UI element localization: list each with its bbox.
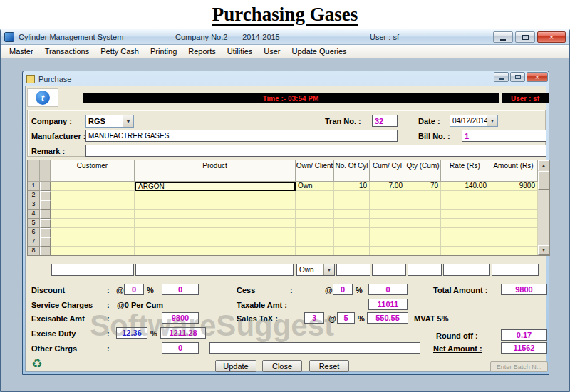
cell-cum-cyl[interactable] bbox=[370, 247, 405, 256]
cell-customer[interactable] bbox=[51, 182, 135, 191]
cell-customer[interactable] bbox=[51, 210, 135, 219]
scrollbar-thumb[interactable] bbox=[538, 171, 549, 190]
manufacturer-input[interactable]: MANUFACTRER GASES bbox=[86, 130, 398, 142]
cell-qty[interactable] bbox=[405, 200, 441, 210]
row-selector[interactable] bbox=[40, 210, 51, 219]
cell-amount[interactable] bbox=[489, 219, 538, 228]
cell-rate[interactable] bbox=[441, 200, 489, 210]
other-charges-input[interactable]: 0 bbox=[162, 342, 199, 354]
sales-tax-value-input[interactable]: 550.55 bbox=[367, 312, 408, 324]
cell-qty[interactable] bbox=[405, 219, 441, 228]
net-amount-input[interactable]: 11562 bbox=[501, 342, 547, 354]
cell-rate[interactable] bbox=[441, 210, 489, 219]
cell-own-client[interactable] bbox=[296, 219, 334, 228]
excise-duty-value-input[interactable]: 1211.28 bbox=[160, 327, 206, 339]
menu-item-petty-cash[interactable]: Petty Cash bbox=[95, 46, 145, 57]
cell-cum-cyl[interactable] bbox=[370, 219, 405, 228]
cess-value-input[interactable]: 0 bbox=[368, 284, 408, 295]
taxable-amt-input[interactable]: 11011 bbox=[368, 299, 408, 310]
row-selector[interactable] bbox=[40, 247, 51, 256]
cell-customer[interactable] bbox=[51, 200, 135, 210]
sales-tax-qty-input[interactable]: 3 bbox=[304, 312, 324, 324]
close-button[interactable]: × bbox=[537, 31, 566, 43]
cell-rate[interactable] bbox=[441, 247, 489, 256]
cell-amount[interactable] bbox=[489, 237, 538, 247]
cell-cum-cyl[interactable] bbox=[370, 200, 405, 210]
cess-percent-input[interactable]: 0 bbox=[333, 284, 353, 295]
row-number[interactable]: 3 bbox=[28, 200, 40, 210]
cell-amount[interactable] bbox=[489, 247, 538, 256]
sales-tax-percent-input[interactable]: 5 bbox=[337, 312, 355, 324]
round-off-input[interactable]: 0.17 bbox=[501, 329, 547, 341]
tran-no-input[interactable]: 32 bbox=[372, 115, 398, 127]
entry-own-select[interactable]: Own ▼ bbox=[296, 264, 335, 276]
entry-qty-input[interactable] bbox=[408, 264, 442, 276]
cell-no-of-cyl[interactable]: 10 bbox=[334, 182, 370, 191]
row-selector[interactable] bbox=[40, 237, 51, 247]
purchase-close-button[interactable]: × bbox=[527, 72, 548, 82]
cell-product[interactable] bbox=[135, 210, 296, 219]
cell-amount[interactable] bbox=[489, 210, 538, 219]
cell-product[interactable] bbox=[135, 228, 296, 237]
cell-no-of-cyl[interactable] bbox=[334, 191, 370, 200]
cell-qty[interactable] bbox=[405, 237, 441, 247]
cell-product[interactable] bbox=[135, 191, 296, 200]
cell-no-of-cyl[interactable] bbox=[334, 228, 370, 237]
cell-customer[interactable] bbox=[51, 247, 135, 256]
menu-item-reports[interactable]: Reports bbox=[182, 46, 222, 57]
entry-customer-input[interactable] bbox=[51, 264, 134, 276]
entry-product-input[interactable] bbox=[135, 264, 294, 276]
cell-own-client[interactable]: Own bbox=[296, 182, 334, 191]
entry-amount-input[interactable] bbox=[492, 264, 539, 276]
cell-cum-cyl[interactable] bbox=[370, 228, 405, 237]
row-selector[interactable] bbox=[40, 191, 51, 200]
cell-own-client[interactable] bbox=[296, 237, 334, 247]
menu-item-user[interactable]: User bbox=[258, 46, 286, 57]
row-number[interactable]: 6 bbox=[28, 228, 40, 237]
purchase-minimize-button[interactable] bbox=[494, 72, 509, 82]
excise-duty-percent-input[interactable]: 12.36 bbox=[116, 327, 147, 339]
row-number[interactable]: 4 bbox=[28, 210, 40, 219]
enter-batch-button[interactable]: Enter Batch N... bbox=[490, 361, 548, 372]
cell-amount[interactable] bbox=[489, 200, 538, 210]
row-selector[interactable] bbox=[40, 219, 51, 228]
company-select[interactable]: RGS ▼ bbox=[86, 115, 134, 128]
row-selector[interactable] bbox=[40, 200, 51, 210]
cell-own-client[interactable] bbox=[296, 228, 334, 237]
cell-own-client[interactable] bbox=[296, 191, 334, 200]
cell-rate[interactable] bbox=[441, 219, 489, 228]
entry-cum-cyl-input[interactable] bbox=[372, 264, 406, 276]
cell-rate[interactable] bbox=[441, 228, 489, 237]
discount-percent-input[interactable]: 0 bbox=[124, 284, 144, 295]
menu-item-printing[interactable]: Printing bbox=[145, 46, 182, 57]
entry-rate-input[interactable] bbox=[443, 264, 490, 276]
cell-rate[interactable] bbox=[441, 237, 489, 247]
close-button[interactable]: Close bbox=[262, 360, 302, 372]
row-number[interactable]: 2 bbox=[28, 191, 40, 200]
other-charges-detail-input[interactable] bbox=[209, 342, 420, 354]
cell-product[interactable]: ARGON bbox=[135, 182, 296, 191]
cell-rate[interactable] bbox=[441, 191, 489, 200]
row-number[interactable]: 8 bbox=[28, 247, 40, 256]
cell-no-of-cyl[interactable] bbox=[334, 219, 370, 228]
remark-input[interactable] bbox=[86, 145, 546, 157]
cell-product[interactable] bbox=[135, 237, 296, 247]
excisable-amt-input[interactable]: 9800 bbox=[162, 312, 199, 324]
row-selector[interactable] bbox=[40, 182, 51, 191]
maximize-button[interactable] bbox=[515, 31, 535, 43]
menu-item-utilities[interactable]: Utilities bbox=[222, 46, 258, 57]
row-selector[interactable] bbox=[40, 228, 51, 237]
scroll-up-button[interactable]: ▲ bbox=[538, 160, 549, 170]
row-number[interactable]: 7 bbox=[28, 237, 40, 247]
table-scrollbar[interactable]: ▲ ▼ bbox=[538, 160, 549, 255]
cell-own-client[interactable] bbox=[296, 210, 334, 219]
discount-value-input[interactable]: 0 bbox=[162, 284, 199, 295]
cell-amount[interactable]: 9800 bbox=[489, 182, 538, 191]
cell-no-of-cyl[interactable] bbox=[334, 247, 370, 256]
row-number[interactable]: 5 bbox=[28, 219, 40, 228]
cell-product[interactable] bbox=[135, 247, 296, 256]
update-button[interactable]: Update bbox=[215, 360, 256, 372]
cell-no-of-cyl[interactable] bbox=[334, 200, 370, 210]
cell-own-client[interactable] bbox=[296, 200, 334, 210]
cell-amount[interactable] bbox=[489, 228, 538, 237]
